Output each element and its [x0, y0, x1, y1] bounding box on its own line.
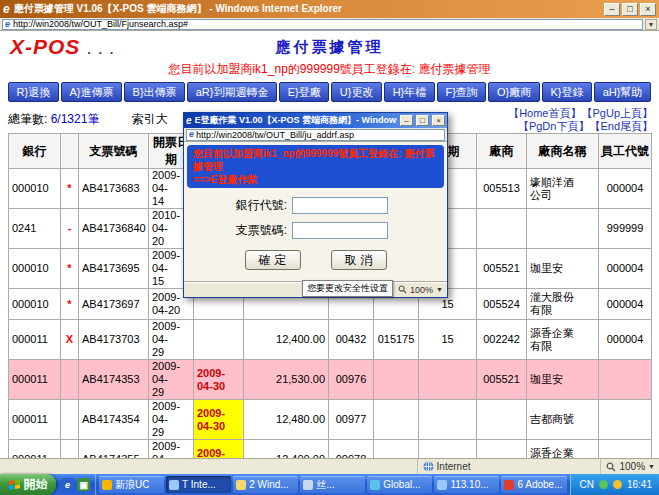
- table-cell: *: [61, 169, 79, 209]
- dialog-form: 銀行代號:支票號碼:: [187, 188, 444, 239]
- table-cell: AB4173683: [79, 169, 149, 209]
- close-button[interactable]: ×: [640, 3, 656, 16]
- table-cell: 000011: [9, 440, 61, 459]
- dialog-body: 您目前以加盟商ik1_np的999999號員工登錄在: 應付票據管理 ==>E登…: [184, 142, 447, 281]
- task-button[interactable]: 6 Adobe...: [501, 476, 566, 493]
- column-header: 支票號碼: [79, 134, 149, 169]
- table-cell: [61, 400, 79, 440]
- table-row[interactable]: 000011XAB41737032009-04- 2912,400.000043…: [9, 320, 652, 360]
- task-label: 2 Wind...: [249, 479, 288, 490]
- table-cell: [61, 360, 79, 400]
- task-button[interactable]: 丝...: [300, 476, 365, 493]
- task-label: 丝...: [316, 478, 334, 492]
- toolbar-button[interactable]: aR}到期週轉金: [187, 82, 277, 102]
- language-indicator[interactable]: CN: [580, 479, 594, 490]
- toolbar-button[interactable]: B}出傳票: [124, 82, 185, 102]
- ie-icon: [437, 480, 447, 490]
- task-button[interactable]: Global...: [367, 476, 432, 493]
- ok-button[interactable]: 確 定: [245, 250, 301, 270]
- table-cell: [477, 209, 527, 249]
- nav-pgdn-end[interactable]: 【PgDn下頁】【End尾頁】: [518, 119, 653, 134]
- show-desktop-icon[interactable]: ▣: [77, 478, 90, 491]
- table-cell: 珈里安: [527, 360, 599, 400]
- toolbar-button[interactable]: E}登廠: [279, 82, 329, 102]
- record-count-label: 總筆數:: [8, 112, 47, 126]
- column-header: 廠商: [477, 134, 527, 169]
- toolbar-button[interactable]: K}登錄: [542, 82, 592, 102]
- tray-clock: 16:41: [627, 479, 652, 490]
- minimize-button[interactable]: –: [604, 3, 620, 16]
- column-header: [61, 134, 79, 169]
- table-row[interactable]: 000011AB41743552009-04- 292009- 04-3012,…: [9, 440, 652, 459]
- task-label: 113.10...: [450, 479, 488, 490]
- dialog-minimize-button[interactable]: –: [400, 115, 413, 126]
- table-cell: *: [61, 249, 79, 289]
- zoom-control[interactable]: 100% ▼: [392, 282, 443, 297]
- page-icon: e: [189, 130, 194, 139]
- table-cell: 12,480.00: [244, 400, 329, 440]
- url-text: http://win2008/tw/OUT_Bill/Fjunsearch.as…: [13, 20, 188, 29]
- ie-icon[interactable]: e: [61, 478, 74, 491]
- explorer-icon: [236, 480, 246, 490]
- cancel-button[interactable]: 取 消: [331, 250, 387, 270]
- bank-code-input[interactable]: [292, 197, 388, 214]
- dialog-title: E登廠作業 V1.00【X-POS 雲端商務網】- Windows In...: [195, 114, 397, 127]
- table-row[interactable]: 000011AB41743532009-04- 292009- 04-3021,…: [9, 360, 652, 400]
- start-button[interactable]: 開始: [0, 474, 56, 495]
- table-cell: 000004: [599, 320, 652, 360]
- toolbar-button[interactable]: U}更改: [331, 82, 382, 102]
- toolbar-button[interactable]: O}廠商: [488, 82, 539, 102]
- task-button[interactable]: 2 Wind...: [233, 476, 298, 493]
- tray-app-icon[interactable]: [613, 480, 622, 489]
- app-icon: [303, 480, 313, 490]
- tray-shield-icon[interactable]: [599, 480, 608, 489]
- table-cell: 0241: [9, 209, 61, 249]
- table-cell: 000011: [9, 360, 61, 400]
- toolbar-button[interactable]: H}年檔: [384, 82, 435, 102]
- table-row[interactable]: 000011AB41743542009-04- 292009- 04-3012,…: [9, 400, 652, 440]
- table-cell: 00977: [329, 400, 374, 440]
- toolbar-button[interactable]: aH}幫助: [594, 82, 651, 102]
- url-field[interactable]: e http://win2008/tw/OUT_Bill/Fjunsearch.…: [2, 19, 643, 30]
- field-label: 支票號碼:: [215, 222, 287, 239]
- zoom-control[interactable]: 100% ▼: [600, 459, 655, 474]
- dialog: e E登廠作業 V1.00【X-POS 雲端商務網】- Windows In..…: [183, 112, 448, 298]
- address-dropdown-icon[interactable]: ▼: [645, 19, 657, 30]
- table-cell: 21,530.00: [244, 360, 329, 400]
- table-cell: AB4173703: [79, 320, 149, 360]
- task-button[interactable]: 113.10...: [434, 476, 499, 493]
- table-cell: [599, 440, 652, 459]
- globe-app-icon: [370, 480, 380, 490]
- table-cell: 壕順洋酒 公司: [527, 169, 599, 209]
- table-cell: 15: [419, 320, 477, 360]
- banner-line1: 您目前以加盟商ik1_np的999999號員工登錄在: 應付票據管理: [193, 147, 438, 173]
- maximize-button[interactable]: □: [622, 3, 638, 16]
- table-cell: [477, 400, 527, 440]
- dialog-url-field[interactable]: e http://win2008/tw/OUT_Bill/ju_addrf.as…: [186, 129, 445, 141]
- task-button[interactable]: T Inte...: [166, 476, 231, 493]
- dialog-close-button[interactable]: ×: [432, 115, 445, 126]
- magnifier-icon: [606, 462, 616, 472]
- task-button[interactable]: 新浪UC: [99, 476, 164, 493]
- table-cell: 999999: [599, 209, 652, 249]
- table-cell: 2009-04- 29: [149, 400, 194, 440]
- toolbar-button[interactable]: R}退換: [8, 82, 59, 102]
- table-cell: 000010: [9, 249, 61, 289]
- toolbar-button[interactable]: A}進傳票: [61, 82, 122, 102]
- dialog-maximize-button[interactable]: □: [416, 115, 429, 126]
- banner-line2: ==>E登廠作業: [193, 173, 438, 186]
- toolbar-button[interactable]: F}查詢: [437, 82, 487, 102]
- page-title: 應付票據管理: [0, 38, 659, 57]
- table-cell: 005521: [477, 249, 527, 289]
- check-number-input[interactable]: [292, 222, 388, 239]
- dialog-address-bar: e http://win2008/tw/OUT_Bill/ju_addrf.as…: [184, 128, 447, 142]
- adobe-icon: [504, 480, 514, 490]
- uc-icon: [102, 480, 112, 490]
- table-cell: AB4173697: [79, 289, 149, 320]
- ie-icon: e: [186, 115, 192, 127]
- table-cell: X: [61, 320, 79, 360]
- table-cell: 00432: [329, 320, 374, 360]
- dialog-url-text: http://win2008/tw/OUT_Bill/ju_addrf.asp: [196, 130, 354, 140]
- table-cell: 12,400.00: [244, 440, 329, 459]
- taskbar: 開始 e ▣ 新浪UCT Inte...2 Wind...丝...Global.…: [0, 474, 659, 495]
